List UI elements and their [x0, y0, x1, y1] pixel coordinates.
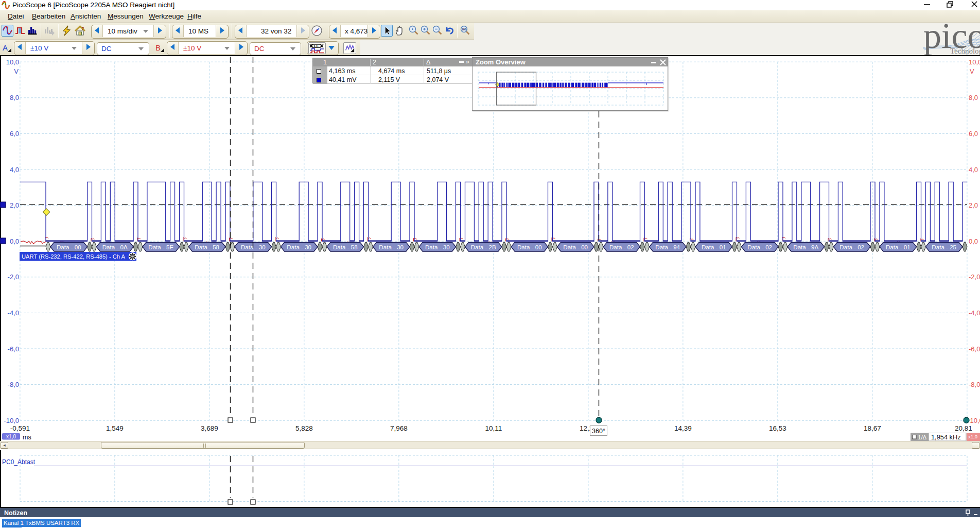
svg-text:-10,0: -10,0: [4, 416, 19, 424]
svg-text:-0,591: -0,591: [10, 424, 30, 432]
svg-text:0,0: 0,0: [969, 237, 978, 245]
svg-text:-2,0: -2,0: [969, 273, 980, 281]
svg-text:Data - 2B: Data - 2B: [471, 243, 496, 250]
svg-text:Data - 02: Data - 02: [609, 243, 634, 250]
svg-text:Data - 58: Data - 58: [333, 243, 358, 250]
svg-text:UART (RS-232, RS-422, RS-485): UART (RS-232, RS-422, RS-485) - Ch A: [22, 253, 126, 260]
svg-text:Data - 25: Data - 25: [932, 243, 956, 250]
svg-text:Data - 58: Data - 58: [195, 243, 219, 250]
svg-text:-4,0: -4,0: [8, 309, 19, 316]
svg-text:FF: FF: [314, 44, 319, 48]
svg-text:Technology: Technology: [950, 47, 980, 55]
svg-text:Data - 0A: Data - 0A: [102, 243, 128, 250]
svg-text:PC0_Abtast: PC0_Abtast: [2, 458, 36, 466]
svg-text:Data - 00: Data - 00: [57, 243, 81, 250]
svg-text:8,0: 8,0: [969, 94, 978, 101]
svg-text:1,954 kHz: 1,954 kHz: [931, 433, 961, 440]
svg-text:x1,0: x1,0: [6, 433, 16, 439]
svg-text:18,67: 18,67: [864, 424, 881, 432]
svg-text:8,0: 8,0: [10, 94, 19, 101]
svg-text:Data - 02: Data - 02: [839, 243, 864, 250]
svg-text:3,689: 3,689: [201, 424, 218, 432]
svg-text:20,81: 20,81: [955, 424, 972, 432]
svg-text:1/Δ: 1/Δ: [918, 434, 927, 440]
svg-text:2,0: 2,0: [969, 201, 978, 209]
svg-text:6,0: 6,0: [969, 129, 978, 137]
svg-text:2,0: 2,0: [10, 201, 19, 209]
svg-text:5,828: 5,828: [295, 424, 313, 432]
svg-text:7,968: 7,968: [390, 424, 408, 432]
svg-text:Data - 00: Data - 00: [563, 243, 588, 250]
svg-text:V: V: [970, 67, 974, 75]
svg-text:-2,0: -2,0: [8, 273, 19, 281]
svg-text:Data - 02: Data - 02: [747, 243, 772, 250]
svg-text:Data - 30: Data - 30: [425, 243, 450, 250]
svg-text:Data - 30: Data - 30: [287, 243, 311, 250]
svg-text:-6,0: -6,0: [8, 345, 19, 352]
svg-text:-6,0: -6,0: [969, 345, 980, 352]
svg-text:360°: 360°: [592, 427, 605, 434]
svg-text:Data - 00: Data - 00: [517, 243, 542, 250]
svg-text:16,53: 16,53: [769, 424, 786, 432]
svg-text:-8,0: -8,0: [969, 381, 980, 388]
svg-text:Data - 01: Data - 01: [886, 243, 911, 250]
svg-text:14,39: 14,39: [674, 424, 692, 432]
svg-text:0,0: 0,0: [10, 237, 19, 245]
svg-text:10,0: 10,0: [969, 58, 980, 65]
svg-text:6,0: 6,0: [10, 129, 19, 137]
svg-text:10,0: 10,0: [6, 58, 19, 65]
svg-text:Data - 01: Data - 01: [702, 243, 726, 250]
svg-text:Data - 94: Data - 94: [655, 243, 680, 250]
svg-text:-4,0: -4,0: [969, 309, 980, 316]
svg-text:4,0: 4,0: [10, 165, 19, 173]
svg-text:4,0: 4,0: [969, 165, 978, 173]
svg-text:Data - 30: Data - 30: [379, 243, 404, 250]
svg-text:10,0: 10,0: [970, 416, 980, 424]
svg-text:Data - 9A: Data - 9A: [793, 243, 818, 250]
svg-text:100: 100: [461, 27, 467, 30]
svg-text:Data - 5E: Data - 5E: [148, 243, 173, 250]
svg-text:10,11: 10,11: [485, 424, 502, 432]
svg-text:-8,0: -8,0: [8, 381, 19, 388]
svg-text:ms: ms: [23, 433, 31, 440]
svg-text:1,549: 1,549: [106, 424, 124, 432]
svg-text:x1,0: x1,0: [968, 434, 977, 439]
svg-text:V: V: [14, 67, 19, 75]
